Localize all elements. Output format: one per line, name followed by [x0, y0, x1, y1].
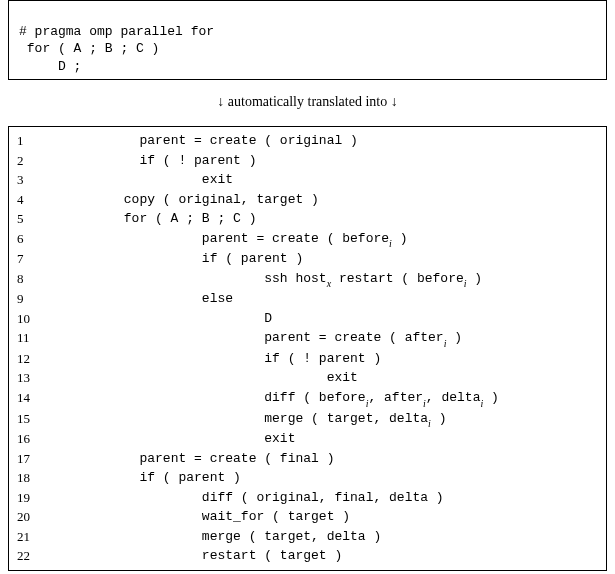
subscript: i [444, 338, 447, 349]
subscript: i [423, 398, 426, 409]
code-line: 16 exit [17, 429, 598, 449]
line-number: 17 [17, 449, 77, 469]
line-number: 2 [17, 151, 77, 171]
code-line: 7 if ( parent ) [17, 249, 598, 269]
code-line: 3 exit [17, 170, 598, 190]
translation-caption: ↓ automatically translated into ↓ [8, 94, 607, 110]
line-number: 10 [17, 309, 77, 329]
code-text: copy ( original, target ) [77, 190, 319, 210]
code-line: 2 if ( ! parent ) [17, 151, 598, 171]
code-text: D [77, 309, 272, 329]
code-line: 6 parent = create ( beforei ) [17, 229, 598, 250]
caption-text: automatically translated into [224, 94, 390, 109]
code-line: 8 ssh hostx restart ( beforei ) [17, 269, 598, 290]
code-line: 9 else [17, 289, 598, 309]
subscript: i [464, 278, 467, 289]
source-line-1: # pragma omp parallel for [19, 24, 214, 39]
subscript: x [327, 278, 331, 289]
line-number: 8 [17, 269, 77, 290]
subscript: i [389, 238, 392, 249]
code-text: restart ( target ) [77, 546, 342, 566]
line-number: 20 [17, 507, 77, 527]
code-line: 20 wait_for ( target ) [17, 507, 598, 527]
code-line: 14 diff ( beforei, afteri, deltai ) [17, 388, 598, 409]
code-line: 17 parent = create ( final ) [17, 449, 598, 469]
code-text: wait_for ( target ) [77, 507, 350, 527]
line-number: 5 [17, 209, 77, 229]
code-text: merge ( target, deltai ) [77, 409, 446, 430]
source-code-block: # pragma omp parallel for for ( A ; B ; … [8, 0, 607, 80]
code-text: parent = create ( final ) [77, 449, 334, 469]
code-line: 12 if ( ! parent ) [17, 349, 598, 369]
line-number: 22 [17, 546, 77, 566]
code-line: 22 restart ( target ) [17, 546, 598, 566]
line-number: 3 [17, 170, 77, 190]
arrow-down-icon: ↓ [391, 94, 398, 109]
code-line: 18 if ( parent ) [17, 468, 598, 488]
line-number: 16 [17, 429, 77, 449]
subscript: i [366, 398, 369, 409]
code-line: 19 diff ( original, final, delta ) [17, 488, 598, 508]
line-number: 1 [17, 131, 77, 151]
code-text: if ( ! parent ) [77, 349, 381, 369]
line-number: 15 [17, 409, 77, 430]
code-text: merge ( target, delta ) [77, 527, 381, 547]
code-text: diff ( beforei, afteri, deltai ) [77, 388, 499, 409]
line-number: 13 [17, 368, 77, 388]
line-number: 7 [17, 249, 77, 269]
line-number: 9 [17, 289, 77, 309]
code-text: if ( parent ) [77, 468, 241, 488]
code-line: 13 exit [17, 368, 598, 388]
line-number: 12 [17, 349, 77, 369]
line-number: 4 [17, 190, 77, 210]
line-number: 19 [17, 488, 77, 508]
code-line: 21 merge ( target, delta ) [17, 527, 598, 547]
code-text: if ( parent ) [77, 249, 303, 269]
code-line: 1 parent = create ( original ) [17, 131, 598, 151]
line-number: 6 [17, 229, 77, 250]
code-line: 5 for ( A ; B ; C ) [17, 209, 598, 229]
code-text: if ( ! parent ) [77, 151, 256, 171]
code-text: else [77, 289, 233, 309]
source-line-3: D ; [19, 59, 81, 74]
code-line: 11 parent = create ( afteri ) [17, 328, 598, 349]
subscript: i [480, 398, 483, 409]
code-text: ssh hostx restart ( beforei ) [77, 269, 482, 290]
code-text: parent = create ( original ) [77, 131, 358, 151]
code-text: exit [77, 429, 295, 449]
translated-code-block: 1 parent = create ( original )2 if ( ! p… [8, 126, 607, 570]
line-number: 14 [17, 388, 77, 409]
line-number: 11 [17, 328, 77, 349]
code-text: exit [77, 368, 358, 388]
code-line: 4 copy ( original, target ) [17, 190, 598, 210]
code-line: 10 D [17, 309, 598, 329]
code-text: exit [77, 170, 233, 190]
subscript: i [428, 418, 431, 429]
code-line: 15 merge ( target, deltai ) [17, 409, 598, 430]
code-text: parent = create ( beforei ) [77, 229, 407, 250]
code-text: parent = create ( afteri ) [77, 328, 462, 349]
source-line-2: for ( A ; B ; C ) [19, 41, 159, 56]
line-number: 18 [17, 468, 77, 488]
line-number: 21 [17, 527, 77, 547]
code-text: diff ( original, final, delta ) [77, 488, 444, 508]
code-text: for ( A ; B ; C ) [77, 209, 256, 229]
